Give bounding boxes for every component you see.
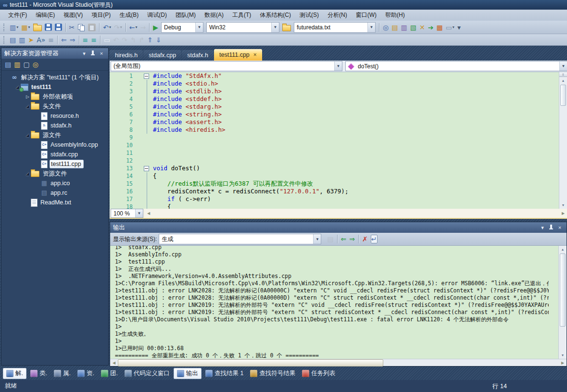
window-tab--[interactable]: 查找符号结果 bbox=[247, 368, 298, 379]
close-icon[interactable]: × bbox=[98, 50, 105, 57]
scroll-right-arrow[interactable]: ▶ bbox=[559, 211, 567, 215]
find-symbol-button[interactable]: ◎ bbox=[382, 22, 390, 33]
scroll-up-arrow[interactable]: ▲ bbox=[559, 246, 567, 253]
output-header[interactable]: 输出 ▾ × bbox=[110, 222, 567, 233]
add-new-item-button[interactable]: ▦▾ bbox=[20, 22, 31, 33]
menu-item-7[interactable]: 数据(A) bbox=[200, 10, 228, 21]
display-outline-button[interactable]: ≡ bbox=[47, 35, 55, 45]
editor-horizontal-scrollbar[interactable]: ◀ ▶ bbox=[145, 209, 567, 218]
toggle-bookmark-button[interactable]: ⇑ bbox=[146, 35, 154, 45]
window-tab--[interactable]: 属. bbox=[51, 368, 74, 379]
open-file-button[interactable] bbox=[32, 22, 43, 33]
clear-bookmarks-button[interactable]: ⇓ bbox=[155, 35, 163, 45]
fold-collapse-icon[interactable] bbox=[144, 74, 149, 79]
window-tab--1[interactable]: 查找结果 1 bbox=[202, 368, 246, 379]
scroll-down-arrow[interactable]: ▼ bbox=[559, 352, 567, 359]
decrease-indent-button[interactable]: ⇐ bbox=[60, 35, 68, 45]
display-quick-info-button[interactable]: ➤ bbox=[27, 35, 35, 45]
options-button[interactable]: ✕ bbox=[418, 22, 426, 33]
tree-item--[interactable]: ◢源文件 bbox=[1, 130, 108, 140]
clear-all-button[interactable]: ✗ bbox=[361, 234, 369, 244]
paste-button[interactable] bbox=[87, 22, 97, 33]
scroll-left-arrow[interactable]: ◀ bbox=[110, 361, 118, 365]
tree-item-stdafx.h[interactable]: stdafx.h bbox=[1, 121, 108, 130]
scroll-thumb[interactable] bbox=[118, 359, 383, 367]
editor-vertical-scrollbar[interactable]: ≡ ▲ ▼ bbox=[559, 72, 567, 209]
display-parameter-info-button[interactable]: ▥ bbox=[18, 35, 26, 45]
menu-item-11[interactable]: 分析(N) bbox=[323, 10, 352, 21]
goto-previous-message-button[interactable]: ⇐ bbox=[340, 234, 348, 244]
tree-item--[interactable]: ◢头文件 bbox=[1, 101, 108, 111]
toggle-word-wrap-button[interactable]: ↵ bbox=[370, 234, 378, 244]
menu-item-9[interactable]: 体系结构(C) bbox=[255, 10, 295, 21]
menu-item-12[interactable]: 窗口(W) bbox=[352, 10, 381, 21]
output-source-select[interactable]: 生成 ▼ bbox=[159, 234, 321, 244]
scroll-right-arrow[interactable]: ▶ bbox=[559, 361, 567, 365]
cut-button[interactable]: ✂ bbox=[68, 22, 76, 33]
window-position-menu-icon[interactable]: ▾ bbox=[80, 50, 88, 57]
previous-comment-button[interactable]: ↶ bbox=[112, 35, 120, 45]
navigate-forward-button[interactable]: → bbox=[139, 22, 147, 33]
fold-collapse-icon[interactable] bbox=[144, 166, 149, 171]
save-all-button[interactable] bbox=[54, 22, 63, 33]
types-dropdown[interactable]: (全局范围) ▼ bbox=[111, 61, 342, 71]
properties-window-button[interactable]: ▤ bbox=[391, 22, 399, 33]
copy-button[interactable] bbox=[76, 22, 86, 33]
window-tab--[interactable]: 任务列表 bbox=[299, 368, 338, 379]
find-in-files-button[interactable] bbox=[281, 22, 292, 33]
expander-open-icon[interactable]: ◢ bbox=[25, 133, 31, 138]
refresh-button[interactable]: ▢ bbox=[22, 59, 30, 70]
solution-configurations-select[interactable]: Debug▼ bbox=[161, 22, 203, 33]
scroll-thumb[interactable] bbox=[560, 253, 566, 327]
tree-item-app.rc[interactable]: ▤app.rc bbox=[1, 188, 108, 198]
expander-open-icon[interactable]: ◢ bbox=[25, 171, 31, 176]
tab-hiredis-h[interactable]: hiredis.h bbox=[110, 50, 143, 61]
close-icon[interactable]: × bbox=[556, 224, 564, 231]
new-window-button[interactable]: ▭▾ bbox=[445, 22, 455, 33]
window-tab--[interactable]: 输出 bbox=[174, 368, 202, 379]
find-message-button[interactable]: ▤ bbox=[326, 234, 334, 244]
toolbar-overflow-button[interactable]: ▾ bbox=[456, 22, 462, 33]
start-debugging-button[interactable]: ▶ bbox=[152, 22, 159, 33]
tree-item--[interactable]: ▷外部依赖项 bbox=[1, 92, 108, 101]
zoom-select[interactable]: 100 % ▼ bbox=[111, 209, 143, 218]
menu-item-4[interactable]: 生成(B) bbox=[115, 10, 143, 21]
view-class-diagram-button[interactable]: ◎ bbox=[32, 59, 39, 70]
window-tab--[interactable]: 团. bbox=[98, 368, 121, 379]
tree-item-test111[interactable]: ◢test111 bbox=[1, 82, 108, 92]
window-tab--[interactable]: 资. bbox=[75, 368, 97, 379]
expander-open-icon[interactable]: ◢ bbox=[25, 104, 31, 109]
toolbox-button[interactable]: ▩ bbox=[435, 22, 443, 33]
tree-item-readme.txt[interactable]: ReadMe.txt bbox=[1, 198, 108, 207]
menu-item-1[interactable]: 编辑(E) bbox=[31, 10, 59, 21]
previous-bookmark-button[interactable]: ↰ bbox=[129, 35, 137, 45]
extension-manager-button[interactable]: ➔ bbox=[427, 22, 435, 33]
save-button[interactable] bbox=[44, 22, 53, 33]
properties-button[interactable]: ▤ bbox=[4, 59, 12, 70]
window-tab--[interactable]: 代码定义窗口 bbox=[122, 368, 173, 379]
next-bookmark-button[interactable]: ↱ bbox=[138, 35, 145, 45]
menu-item-5[interactable]: 调试(D) bbox=[143, 10, 171, 21]
tab-test111-cpp[interactable]: test111.cpp× bbox=[214, 49, 262, 61]
tree-item-test111.cpp[interactable]: test111.cpp bbox=[1, 159, 108, 169]
new-project-button[interactable]: ▥▾ bbox=[9, 22, 19, 33]
window-tab--[interactable]: 类. bbox=[27, 368, 50, 379]
solution-tree[interactable]: ∞解决方案 "test111" (1 个项目)◢test111▷外部依赖项◢头文… bbox=[1, 71, 108, 207]
tree-item-stdafx.cpp[interactable]: stdafx.cpp bbox=[1, 150, 108, 159]
code-editor[interactable]: 1#include "StdAfx.h"2#include <stdio.h>3… bbox=[110, 72, 567, 209]
comment-selection-button[interactable]: ≡ bbox=[82, 35, 89, 45]
tree-item--[interactable]: ◢资源文件 bbox=[1, 169, 108, 178]
scroll-down-arrow[interactable]: ▼ bbox=[559, 202, 567, 209]
output-vertical-scrollbar[interactable]: ▲ ▼ bbox=[558, 246, 567, 359]
tree-item-app.ico[interactable]: ▦app.ico bbox=[1, 178, 108, 188]
tree-item-resource.h[interactable]: resource.h bbox=[1, 111, 108, 121]
menu-item-10[interactable]: 测试(S) bbox=[295, 10, 323, 21]
solution-platforms-select[interactable]: Win32▼ bbox=[206, 22, 279, 33]
auto-hide-pin-icon[interactable] bbox=[89, 50, 97, 57]
tree-item-assemblyinfo.cpp[interactable]: AssemblyInfo.cpp bbox=[1, 140, 108, 150]
menu-item-8[interactable]: 工具(T) bbox=[228, 10, 255, 21]
tab-stdafx-cpp[interactable]: stdafx.cpp bbox=[143, 50, 181, 61]
object-browser-button[interactable]: ▥ bbox=[400, 22, 408, 33]
tree-item--test111-1-[interactable]: ∞解决方案 "test111" (1 个项目) bbox=[1, 73, 108, 82]
output-text-area[interactable]: 1> stdafx.cpp1> AssemblyInfo.cpp1> test1… bbox=[110, 246, 567, 359]
